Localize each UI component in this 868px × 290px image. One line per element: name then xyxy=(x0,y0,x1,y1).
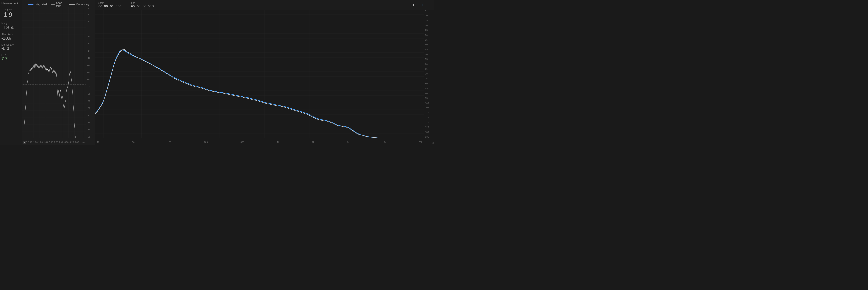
spectrum-y-tick: 95 xyxy=(425,97,428,99)
x-tick: 0:40 xyxy=(28,141,32,143)
legend-short-term: Short-term xyxy=(51,1,65,7)
spectrum-x-axis: 10 50 100 200 500 1k 2k 5k 10k 20k xyxy=(95,139,424,145)
y-tick: -14 xyxy=(87,50,90,52)
spectrum-y-tick: 30 xyxy=(425,34,428,36)
r-line-icon xyxy=(426,5,431,5)
spectrum-y-tick: 80 xyxy=(425,83,428,85)
spectrum-y-tick: 65 xyxy=(425,68,428,70)
l-line-icon xyxy=(416,5,421,5)
spectrum-y-tick: 135 xyxy=(425,136,429,138)
x-tick: 2:40 xyxy=(59,141,64,143)
x-tick: 3:40 xyxy=(75,141,79,143)
start-label: Start xyxy=(98,2,121,4)
spectrum-y-tick: 85 xyxy=(425,87,428,90)
spectrum-x-tick: 100 xyxy=(167,141,171,143)
legend-integrated: Integrated xyxy=(28,3,47,6)
y-tick: -20 xyxy=(87,71,90,74)
spectrum-x-tick: 5k xyxy=(347,141,350,143)
y-tick: -38 xyxy=(87,136,90,138)
spectrum-y-tick: 120 xyxy=(425,121,429,123)
integrated-value: -13.4 xyxy=(1,25,21,30)
y-tick: -8 xyxy=(87,28,89,30)
svg-rect-17 xyxy=(95,10,424,138)
end-label: End xyxy=(131,2,154,4)
y-tick: -24 xyxy=(87,86,90,88)
right-panel: Start 00:00:00.000 End 00:03:56.513 L R … xyxy=(95,0,434,145)
y-tick: -30 xyxy=(87,107,90,109)
y-tick: -6 xyxy=(87,21,89,23)
y-tick: -16 xyxy=(87,57,90,59)
x-tick: 1:00 xyxy=(33,141,38,143)
legend-integrated-label: Integrated xyxy=(35,3,47,6)
spectrum-x-tick: 500 xyxy=(240,141,244,143)
legend-momentary-label: Momentary xyxy=(76,3,89,6)
y-tick: -32 xyxy=(87,115,90,117)
waveform-svg xyxy=(22,7,86,138)
left-panel: Measurement True peak -1.9 Integrated -1… xyxy=(0,0,95,145)
spectrum-y-tick: 130 xyxy=(425,131,429,133)
spectrum-y-tick: 40 xyxy=(425,44,428,46)
spectrum-y-tick: 15 xyxy=(425,20,428,22)
legend-short-term-label: Short-term xyxy=(56,1,65,7)
spectrum-header: Start 00:00:00.000 End 00:03:56.513 L R xyxy=(95,0,434,10)
l-label: L xyxy=(413,3,414,6)
spectrum-y-tick: 70 xyxy=(425,73,428,75)
y-axis: -2 -4 -6 -8 -10 -12 -14 -16 -18 -20 -22 … xyxy=(86,7,95,138)
spectrum-x-tick: 10k xyxy=(382,141,386,143)
spectrum-y-tick: 50 xyxy=(425,53,428,56)
spectrum-y-tick: 45 xyxy=(425,49,428,51)
x-tick: 2:00 xyxy=(49,141,53,143)
x-tick: 3:20 xyxy=(69,141,74,143)
metrics-sidebar: Measurement True peak -1.9 Integrated -1… xyxy=(0,0,22,145)
x-tick: 1:40 xyxy=(43,141,48,143)
y-tick: -26 xyxy=(87,93,90,95)
momentary-value: -8.6 xyxy=(1,46,21,51)
true-peak-value: -1.9 xyxy=(1,11,21,19)
spectrum-y-axis: 5 10 15 20 25 30 35 40 45 50 55 60 65 70… xyxy=(424,10,434,138)
spectrum-x-tick: 10 xyxy=(97,141,99,143)
lra-value: 7.7 xyxy=(1,57,21,61)
end-value: 00:03:56.513 xyxy=(131,4,154,8)
y-tick: -18 xyxy=(87,64,90,66)
spectrum-y-tick: 25 xyxy=(425,29,428,31)
start-time-group: Start 00:00:00.000 xyxy=(98,2,121,8)
spectrum-x-tick: 1k xyxy=(277,141,279,143)
spectrum-svg xyxy=(95,10,424,138)
y-tick: -36 xyxy=(87,129,90,131)
spectrum-x-tick: 50 xyxy=(132,141,135,143)
spectrum-y-tick: 35 xyxy=(425,39,428,41)
spectrum-x-tick: 2k xyxy=(312,141,314,143)
y-tick: -12 xyxy=(87,42,90,45)
play-button[interactable]: ▶ xyxy=(23,141,26,144)
start-value: 00:00:00.000 xyxy=(98,4,121,8)
spectrum-y-tick: 90 xyxy=(425,92,428,94)
spectrum-y-tick: 105 xyxy=(425,107,429,109)
momentary-line-icon xyxy=(69,4,75,5)
spectrum-y-tick: 5 xyxy=(425,10,427,12)
y-tick: -28 xyxy=(87,100,90,103)
legend-momentary: Momentary xyxy=(69,3,89,6)
spectrum-y-tick: 110 xyxy=(425,112,429,114)
short-term-label: Short-term xyxy=(1,33,21,36)
short-term-line-icon xyxy=(51,4,55,5)
x-tick: 3:00 xyxy=(64,141,69,143)
spectrum-y-tick: 100 xyxy=(425,102,429,104)
spectrum-y-tick: 60 xyxy=(425,63,428,65)
end-time-group: End 00:03:56.513 xyxy=(131,2,154,8)
spectrum-x-tick: 200 xyxy=(204,141,208,143)
hz-axis-label: Hz xyxy=(431,142,434,144)
spectrum-y-tick: 115 xyxy=(425,116,429,119)
integrated-line-icon xyxy=(28,4,33,5)
spectrum-y-tick: 125 xyxy=(425,126,429,128)
spectrum-y-tick: 20 xyxy=(425,24,428,27)
waveform-canvas xyxy=(22,7,86,138)
lra-label: LRA xyxy=(1,54,21,56)
lr-indicator: L R xyxy=(413,3,431,6)
y-tick: -34 xyxy=(87,122,90,124)
x-label: h:m:s xyxy=(80,141,85,143)
x-tick: 1:20 xyxy=(38,141,43,143)
spectrum-y-tick: 55 xyxy=(425,58,428,60)
spectrum-x-tick: 20k xyxy=(418,141,422,143)
short-term-value: -10.9 xyxy=(1,36,21,40)
x-tick: 2:20 xyxy=(54,141,58,143)
